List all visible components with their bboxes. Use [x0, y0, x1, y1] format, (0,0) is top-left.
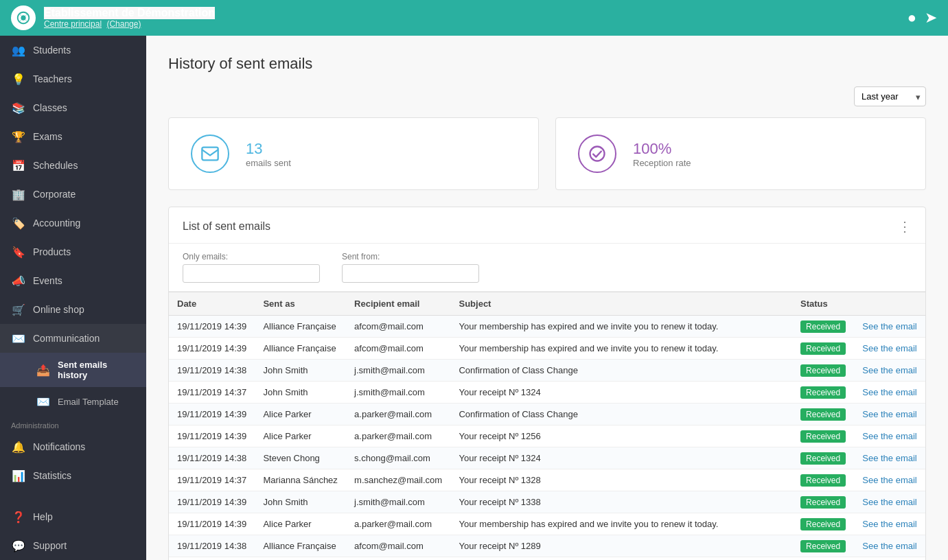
sidebar-item-schedules[interactable]: 📅 Schedules [0, 151, 146, 180]
see-email-link[interactable]: See the email [862, 387, 917, 397]
cell-status: Received [792, 404, 854, 425]
sidebar-label-accounting: Accounting [33, 218, 80, 229]
sidebar-item-exams[interactable]: 🏆 Exams [0, 122, 146, 151]
cell-status: Received [792, 316, 854, 338]
emails-table: Date Sent as Recipient email Subject Sta… [169, 292, 925, 560]
sidebar-item-accounting[interactable]: 🏷️ Accounting [0, 209, 146, 237]
products-icon: 🔖 [11, 244, 26, 259]
sidebar-sub-email-template[interactable]: ✉️ Email Template [0, 387, 146, 416]
sidebar-item-online-shop[interactable]: 🛒 Online shop [0, 295, 146, 324]
cell-recipient: m.sanchez@mail.com [346, 469, 450, 491]
see-email-link[interactable]: See the email [862, 475, 917, 485]
cell-status: Received [792, 382, 854, 404]
org-name: Etablissement de Démonstration [44, 7, 215, 19]
col-status: Status [792, 292, 854, 316]
sidebar-item-notifications[interactable]: 🔔 Notifications [0, 432, 146, 461]
see-email-link[interactable]: See the email [862, 519, 917, 529]
sidebar-item-statistics[interactable]: 📊 Statistics [0, 461, 146, 490]
cell-subject: Confirmation of Class Change [450, 404, 792, 425]
see-email-link[interactable]: See the email [862, 343, 917, 353]
see-email-link[interactable]: See the email [862, 409, 917, 419]
sidebar-label-help: Help [33, 511, 53, 522]
cell-recipient: a.parker@mail.com [346, 404, 450, 425]
reception-rate-label: Reception rate [633, 158, 691, 168]
status-badge: Received [800, 496, 846, 509]
sidebar-item-students[interactable]: 👥 Students [0, 36, 146, 65]
status-badge: Received [800, 342, 846, 355]
cell-recipient: afcom@mail.com [346, 316, 450, 338]
cell-recipient: a.parker@mail.com [346, 513, 450, 535]
cell-action: See the email [854, 535, 925, 557]
status-badge: Received [800, 540, 846, 552]
sidebar: 👥 Students 💡 Teachers 📚 Classes 🏆 Exams … [0, 36, 146, 560]
sidebar-label-corporate: Corporate [33, 189, 76, 200]
see-email-link[interactable]: See the email [862, 453, 917, 463]
sidebar-item-support[interactable]: 💬 Support [0, 531, 146, 560]
emails-sent-card: 13 emails sent [168, 117, 539, 190]
help-icon: ❓ [11, 509, 26, 524]
period-filter-select[interactable]: Last year Last month Last week Today [854, 86, 926, 106]
cell-date: 19/11/2019 14:38 [169, 535, 255, 557]
cell-subject: Your receipt Nº 1324 [450, 382, 792, 404]
sidebar-item-corporate[interactable]: 🏢 Corporate [0, 180, 146, 209]
cell-date: 19/11/2019 14:37 [169, 382, 255, 404]
cell-recipient: j.smith@mail.com [346, 382, 450, 404]
table-row: 19/11/2019 14:37 Marianna Sánchez m.sanc… [169, 469, 925, 491]
cell-status: Received [792, 469, 854, 491]
communication-icon: ✉️ [11, 331, 26, 346]
cell-action: See the email [854, 447, 925, 469]
svg-rect-0 [202, 148, 218, 161]
list-title: List of sent emails [183, 220, 270, 233]
col-action [854, 292, 925, 316]
statistics-icon: 📊 [11, 468, 26, 483]
see-email-link[interactable]: See the email [862, 431, 917, 441]
cell-action: See the email [854, 404, 925, 425]
see-email-link[interactable]: See the email [862, 321, 917, 331]
cell-subject: Your membership is about to expire in 30… [450, 557, 792, 561]
col-subject: Subject [450, 292, 792, 316]
logout-icon[interactable]: ➤ [925, 9, 937, 27]
sidebar-sub-sent-emails[interactable]: 📤 Sent emails history [0, 353, 146, 387]
cell-action: See the email [854, 360, 925, 382]
sidebar-item-help[interactable]: ❓ Help [0, 502, 146, 531]
cell-sent-as: John Smith [255, 382, 346, 404]
stats-row: 13 emails sent 100% Reception rate [168, 117, 926, 190]
list-menu-icon[interactable]: ⋮ [898, 218, 912, 235]
reception-rate-info: 100% Reception rate [633, 140, 691, 168]
change-link[interactable]: (Change) [106, 19, 141, 29]
cell-date: 19/11/2019 14:37 [169, 557, 255, 561]
filter-emails-input[interactable] [183, 264, 320, 283]
svg-point-1 [590, 147, 605, 161]
page-title: History of sent emails [168, 55, 926, 73]
sidebar-label-notifications: Notifications [33, 441, 85, 452]
sent-emails-icon: 📤 [36, 362, 51, 377]
cell-recipient: afcom@mail.com [346, 338, 450, 360]
cell-date: 19/11/2019 14:39 [169, 404, 255, 425]
events-icon: 📣 [11, 273, 26, 288]
cell-sent-as: Marianna Sánchez [255, 469, 346, 491]
main-content: History of sent emails Last year Last mo… [146, 36, 948, 560]
accounting-icon: 🏷️ [11, 215, 26, 231]
filter-emails-label: Only emails: [183, 252, 320, 261]
filter-from-input[interactable] [342, 264, 479, 283]
cell-subject: Confirmation of Class Change [450, 360, 792, 382]
sidebar-item-events[interactable]: 📣 Events [0, 266, 146, 295]
cell-date: 19/11/2019 14:38 [169, 447, 255, 469]
sidebar-item-communication[interactable]: ✉️ Communication [0, 324, 146, 353]
see-email-link[interactable]: See the email [862, 541, 917, 551]
envelope-icon [200, 144, 220, 163]
cell-status: Received [792, 447, 854, 469]
cell-subject: Your membership has expired and we invit… [450, 316, 792, 338]
cell-sent-as: Alice Parker [255, 425, 346, 447]
see-email-link[interactable]: See the email [862, 497, 917, 507]
sidebar-item-teachers[interactable]: 💡 Teachers [0, 65, 146, 93]
cell-action: See the email [854, 557, 925, 561]
see-email-link[interactable]: See the email [862, 365, 917, 375]
user-icon[interactable]: ● [907, 9, 916, 27]
list-section: List of sent emails ⋮ Only emails: Sent … [168, 207, 926, 560]
table-row: 19/11/2019 14:37 Alliance Française afco… [169, 557, 925, 561]
sidebar-item-products[interactable]: 🔖 Products [0, 237, 146, 266]
sidebar-item-classes[interactable]: 📚 Classes [0, 93, 146, 122]
table-row: 19/11/2019 14:39 Alice Parker a.parker@m… [169, 404, 925, 425]
sidebar-label-classes: Classes [33, 102, 67, 113]
